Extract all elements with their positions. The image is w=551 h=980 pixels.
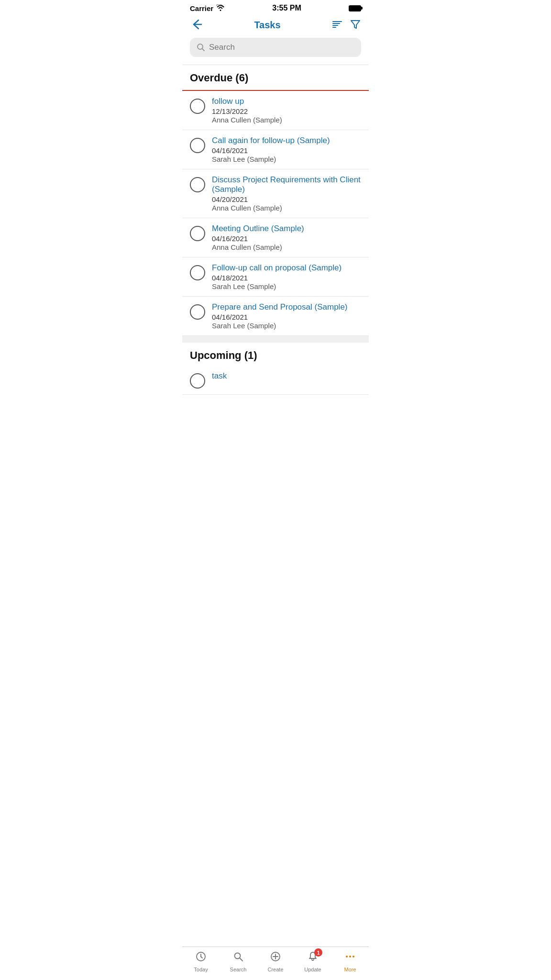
content-area: Overdue (6) follow up 12/13/2022 Anna Cu…: [182, 65, 369, 433]
search-container: [182, 38, 369, 65]
task-checkbox-3[interactable]: [190, 177, 205, 192]
task-item[interactable]: Meeting Outline (Sample) 04/16/2021 Anna…: [182, 218, 369, 257]
upcoming-section-header: Upcoming (1): [182, 343, 369, 366]
section-gap: [182, 336, 369, 343]
carrier-label: Carrier: [190, 4, 213, 12]
task-content-6: Prepare and Send Proposal (Sample) 04/16…: [212, 302, 361, 330]
wifi-icon: [216, 4, 225, 12]
search-icon: [197, 43, 205, 52]
task-contact-5: Sarah Lee (Sample): [212, 282, 361, 290]
task-date-2: 04/16/2021: [212, 146, 361, 155]
task-checkbox-5[interactable]: [190, 265, 205, 280]
task-date-5: 04/18/2021: [212, 274, 361, 282]
overdue-title: Overdue (6): [190, 72, 248, 84]
svg-line-5: [202, 49, 205, 51]
task-contact-2: Sarah Lee (Sample): [212, 155, 361, 163]
sort-button[interactable]: [331, 19, 343, 32]
task-item-upcoming[interactable]: task: [182, 366, 369, 395]
search-bar[interactable]: [190, 38, 361, 57]
task-contact-1: Anna Cullen (Sample): [212, 116, 361, 124]
task-item[interactable]: Prepare and Send Proposal (Sample) 04/16…: [182, 297, 369, 336]
task-checkbox-7[interactable]: [190, 373, 205, 389]
task-title-3[interactable]: Discuss Project Requirements with Client…: [212, 175, 361, 194]
task-contact-6: Sarah Lee (Sample): [212, 322, 361, 330]
battery-container: [349, 5, 361, 11]
task-date-6: 04/16/2021: [212, 313, 361, 321]
upcoming-title: Upcoming (1): [190, 349, 257, 361]
task-title-1[interactable]: follow up: [212, 97, 361, 106]
task-checkbox-6[interactable]: [190, 304, 205, 320]
task-date-3: 04/20/2021: [212, 195, 361, 203]
task-item[interactable]: Discuss Project Requirements with Client…: [182, 169, 369, 218]
status-left: Carrier: [190, 4, 225, 12]
task-title-6[interactable]: Prepare and Send Proposal (Sample): [212, 302, 361, 312]
back-button[interactable]: [190, 18, 203, 32]
battery-icon: [349, 5, 361, 11]
status-bar: Carrier 3:55 PM: [182, 0, 369, 14]
task-checkbox-1[interactable]: [190, 99, 205, 114]
page-title: Tasks: [254, 20, 280, 31]
overdue-section-header: Overdue (6): [182, 65, 369, 88]
task-item[interactable]: Call again for follow-up (Sample) 04/16/…: [182, 130, 369, 169]
task-title-5[interactable]: Follow-up call on proposal (Sample): [212, 263, 361, 273]
task-title-4[interactable]: Meeting Outline (Sample): [212, 224, 361, 234]
task-contact-3: Anna Cullen (Sample): [212, 204, 361, 212]
task-content-5: Follow-up call on proposal (Sample) 04/1…: [212, 263, 361, 290]
task-item[interactable]: Follow-up call on proposal (Sample) 04/1…: [182, 257, 369, 297]
search-input[interactable]: [209, 43, 354, 52]
nav-bar: Tasks: [182, 14, 369, 38]
overdue-tasks-list: follow up 12/13/2022 Anna Cullen (Sample…: [182, 91, 369, 336]
task-contact-4: Anna Cullen (Sample): [212, 243, 361, 251]
task-checkbox-2[interactable]: [190, 138, 205, 153]
task-content-2: Call again for follow-up (Sample) 04/16/…: [212, 136, 361, 163]
status-time: 3:55 PM: [272, 4, 301, 12]
nav-icons: [331, 19, 361, 32]
task-content-3: Discuss Project Requirements with Client…: [212, 175, 361, 212]
task-item[interactable]: follow up 12/13/2022 Anna Cullen (Sample…: [182, 91, 369, 130]
task-title-7[interactable]: task: [212, 371, 361, 381]
task-date-1: 12/13/2022: [212, 107, 361, 115]
task-content-4: Meeting Outline (Sample) 04/16/2021 Anna…: [212, 224, 361, 251]
task-content-1: follow up 12/13/2022 Anna Cullen (Sample…: [212, 97, 361, 124]
filter-button[interactable]: [350, 19, 361, 32]
task-content-7: task: [212, 371, 361, 382]
task-date-4: 04/16/2021: [212, 234, 361, 243]
task-checkbox-4[interactable]: [190, 226, 205, 241]
task-title-2[interactable]: Call again for follow-up (Sample): [212, 136, 361, 145]
